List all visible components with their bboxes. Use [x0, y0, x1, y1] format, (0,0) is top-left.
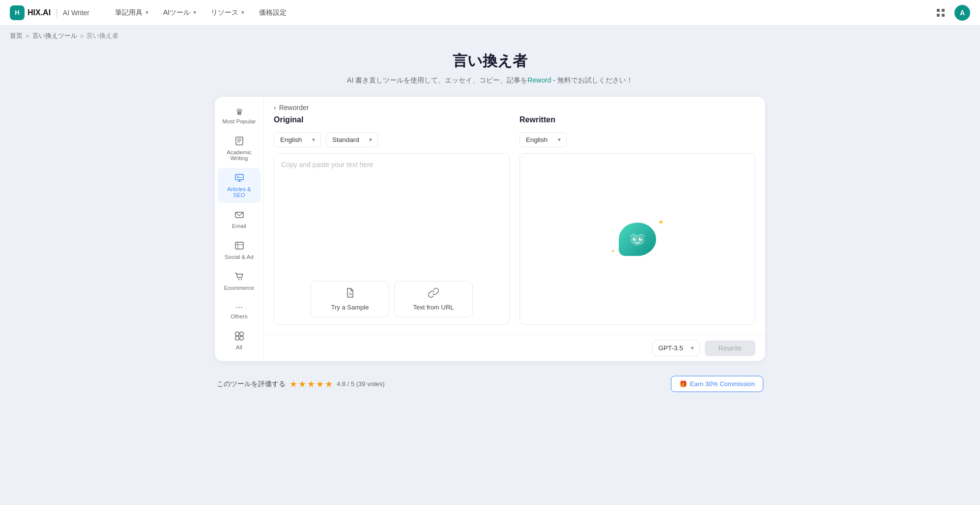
sidebar-item-most-popular[interactable]: ♛ Most Popular	[218, 103, 260, 129]
svg-rect-20	[240, 332, 243, 336]
gift-icon: 🎁	[679, 380, 687, 388]
breadcrumb-home[interactable]: 首页	[10, 31, 23, 40]
svg-point-25	[631, 235, 644, 246]
style-select[interactable]: Standard Fluency Formal Academic Creativ…	[326, 132, 378, 147]
rating-left: このツールを評価する ★ ★ ★ ★ ★ 4.8 / 5 (39 votes)	[217, 379, 385, 390]
original-controls: English French German Spanish Chinese ▼ …	[274, 132, 510, 147]
sample-buttons: Try a Sample Text from URL	[274, 277, 509, 324]
sidebar-item-all[interactable]: All	[218, 326, 260, 355]
commission-button[interactable]: 🎁 Earn 30% Commission	[671, 376, 763, 392]
rating-bar: このツールを評価する ★ ★ ★ ★ ★ 4.8 / 5 (39 votes) …	[215, 376, 765, 392]
back-arrow-icon: ‹	[274, 104, 276, 112]
svg-rect-21	[235, 337, 239, 340]
original-text-wrapper: Try a Sample Text from URL	[274, 153, 510, 325]
breadcrumb: 首页 > 言い換えツール > 言い換え者	[0, 26, 980, 46]
stars: ★ ★ ★ ★ ★	[289, 379, 333, 390]
rewrite-button[interactable]: Rewrite	[705, 340, 755, 356]
sidebar-item-label: Ecommerce	[224, 285, 254, 291]
crown-icon: ♛	[235, 108, 243, 116]
back-nav[interactable]: ‹ Reworder	[264, 97, 765, 115]
svg-rect-22	[240, 337, 243, 340]
star-4[interactable]: ★	[316, 379, 324, 390]
nav-writing-tools[interactable]: 筆記用具 ▼	[109, 5, 155, 20]
nav-resources[interactable]: リソース ▼	[205, 5, 251, 20]
mascot-bubble	[619, 223, 656, 256]
dots-icon: ···	[235, 303, 243, 311]
page-title: 言い換え者	[10, 51, 970, 71]
header: H HIX.AI | AI Writer 筆記用具 ▼ AIツール ▼ リソース…	[0, 0, 980, 26]
svg-point-26	[633, 238, 636, 241]
sidebar: ♛ Most Popular Academic Writing	[215, 97, 264, 361]
rewritten-panel-title: Rewritten	[519, 115, 755, 124]
sidebar-item-label: Others	[231, 313, 248, 319]
star-5[interactable]: ★	[325, 379, 333, 390]
mascot: ✦ ✦	[619, 223, 656, 256]
grid-icon[interactable]	[933, 5, 949, 21]
sidebar-item-label: Most Popular	[223, 118, 256, 124]
rewritten-language-select[interactable]: English French German Spanish Chinese	[519, 132, 567, 147]
nav-ai-tools[interactable]: AIツール ▼	[157, 5, 203, 20]
sidebar-item-label: Articles & SEO	[221, 186, 258, 198]
sidebar-item-email[interactable]: Email	[218, 205, 260, 234]
sidebar-item-others[interactable]: ··· Others	[218, 298, 260, 324]
star-1[interactable]: ★	[289, 379, 297, 390]
grid-all-icon	[234, 331, 244, 342]
chevron-down-icon: ▼	[192, 10, 197, 15]
logo-sub: AI Writer	[63, 9, 89, 17]
sparkle-icon: ✦	[658, 218, 664, 227]
chevron-down-icon: ▼	[144, 10, 149, 15]
monitor-icon	[234, 173, 244, 184]
original-text-input[interactable]	[274, 154, 509, 280]
sidebar-item-articles-seo[interactable]: Articles & SEO	[218, 168, 260, 203]
star-2[interactable]: ★	[298, 379, 306, 390]
breadcrumb-sep-2: >	[80, 32, 84, 40]
panels: Original English French German Spanish C…	[264, 115, 765, 335]
svg-rect-3	[942, 14, 945, 17]
gpt-select[interactable]: GPT-3.5 GPT-4	[652, 340, 700, 356]
rewritten-controls: English French German Spanish Chinese ▼	[519, 132, 755, 147]
document-icon	[234, 136, 244, 147]
sidebar-item-label: Academic Writing	[221, 149, 258, 161]
svg-rect-0	[937, 9, 940, 12]
logo-divider: |	[56, 7, 58, 18]
original-language-select[interactable]: English French German Spanish Chinese	[274, 132, 321, 147]
sidebar-item-ecommerce[interactable]: Ecommerce	[218, 267, 260, 296]
bottom-bar: GPT-3.5 GPT-4 ▼ Rewrite	[264, 335, 765, 361]
sidebar-item-academic-writing[interactable]: Academic Writing	[218, 131, 260, 166]
text-from-url-button[interactable]: Text from URL	[394, 281, 473, 317]
chevron-down-icon: ▼	[240, 10, 245, 15]
avatar[interactable]: A	[954, 5, 970, 21]
breadcrumb-tools[interactable]: 言い換えツール	[32, 31, 77, 40]
sidebar-item-social-ad[interactable]: Social & Ad	[218, 236, 260, 265]
rating-label: このツールを評価する	[217, 380, 286, 389]
svg-point-29	[640, 238, 641, 239]
try-sample-label: Try a Sample	[331, 304, 369, 311]
back-label: Reworder	[279, 104, 309, 112]
sidebar-item-label: All	[236, 344, 242, 350]
gpt-select-wrapper: GPT-3.5 GPT-4 ▼	[652, 340, 700, 356]
svg-point-18	[240, 279, 241, 280]
mascot-container: ✦ ✦	[619, 223, 656, 256]
try-sample-button[interactable]: Try a Sample	[311, 281, 389, 317]
svg-rect-2	[937, 14, 940, 17]
main-card: ♛ Most Popular Academic Writing	[215, 97, 765, 361]
main-nav: 筆記用具 ▼ AIツール ▼ リソース ▼ 価格設定	[109, 5, 292, 20]
original-panel-title: Original	[274, 115, 510, 124]
breadcrumb-current: 言い換え者	[86, 31, 118, 40]
sidebar-item-label: Social & Ad	[225, 254, 254, 260]
social-icon	[234, 241, 244, 252]
star-3[interactable]: ★	[307, 379, 315, 390]
logo[interactable]: H HIX.AI | AI Writer	[10, 5, 89, 20]
svg-rect-19	[235, 332, 239, 336]
commission-label: Earn 30% Commission	[690, 380, 755, 388]
rewritten-language-select-wrapper: English French German Spanish Chinese ▼	[519, 132, 567, 147]
svg-rect-4	[236, 137, 243, 145]
header-right: A	[933, 5, 970, 21]
page-subtitle: AI 書き直しツールを使用して、エッセイ、コピー、記事をReword - 無料で…	[10, 76, 970, 85]
rewrite-output-area: ✦ ✦	[519, 153, 755, 325]
nav-pricing[interactable]: 価格設定	[253, 5, 292, 20]
svg-rect-8	[235, 174, 243, 180]
svg-point-17	[238, 279, 239, 280]
page-title-section: 言い換え者 AI 書き直しツールを使用して、エッセイ、コピー、記事をReword…	[0, 46, 980, 97]
svg-point-27	[639, 238, 642, 241]
